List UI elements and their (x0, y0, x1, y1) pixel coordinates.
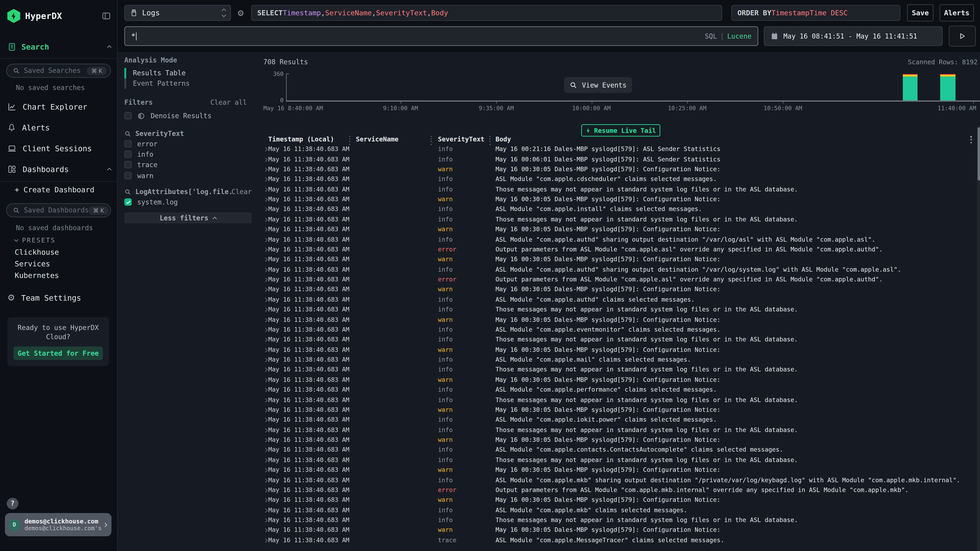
row-expand-chevron[interactable] (264, 496, 267, 503)
create-dashboard-button[interactable]: + Create Dashboard (15, 186, 94, 194)
save-button[interactable]: Save (907, 4, 934, 21)
row-expand-chevron[interactable] (264, 486, 267, 493)
table-row[interactable]: May 16 11:38:40.683 AMinfoASL Module "co… (263, 294, 980, 304)
table-row[interactable]: May 16 11:38:40.683 AMwarnMay 16 00:30:0… (263, 375, 980, 384)
checkbox[interactable] (124, 198, 132, 206)
table-row[interactable]: May 16 11:38:40.683 AMinfoMay 16 00:21:1… (263, 144, 980, 154)
checkbox[interactable] (124, 161, 132, 168)
table-row[interactable]: May 16 11:38:40.683 AMinfoMay 16 00:06:0… (263, 154, 980, 164)
row-expand-chevron[interactable] (264, 316, 267, 322)
row-expand-chevron[interactable] (264, 426, 267, 433)
presets-toggle[interactable]: PRESETS (15, 236, 56, 244)
filter-option-error[interactable]: error (124, 140, 252, 148)
table-row[interactable]: May 16 11:38:40.683 AMinfoASL Module "co… (263, 384, 980, 394)
lang-sql-toggle[interactable]: SQL (705, 32, 717, 40)
denoise-results-row[interactable]: Denoise Results (124, 111, 252, 121)
row-expand-chevron[interactable] (264, 336, 267, 343)
table-row[interactable]: May 16 11:38:40.683 AMinfoASL Module "co… (263, 354, 980, 364)
order-by-input[interactable]: ORDER BY TimestampTime DESC (731, 5, 900, 21)
row-expand-chevron[interactable] (264, 376, 267, 383)
tab-results-table[interactable]: Results Table (124, 68, 252, 78)
source-settings-gear-icon[interactable]: ⚙ (236, 8, 245, 17)
date-range-picker[interactable]: May 16 08:41:51 - May 16 11:41:51 (764, 26, 943, 46)
table-row[interactable]: May 16 11:38:40.683 AMtraceASL Module "c… (263, 535, 980, 545)
denoise-checkbox[interactable] (124, 112, 132, 119)
table-row[interactable]: May 16 11:38:40.683 AMinfoASL Module "co… (263, 445, 980, 455)
row-expand-chevron[interactable] (264, 456, 267, 463)
lang-lucene-toggle[interactable]: Lucene (727, 32, 751, 40)
col-timestamp[interactable]: Timestamp (Local) (268, 135, 334, 143)
row-expand-chevron[interactable] (264, 326, 267, 333)
table-row[interactable]: May 16 11:38:40.683 AMwarnMay 16 00:30:0… (263, 254, 980, 264)
table-row[interactable]: May 16 11:38:40.683 AMinfoASL Module "co… (263, 475, 980, 485)
sidebar-item-alerts[interactable]: Alerts (7, 121, 111, 133)
sidebar-item-search[interactable]: Search (7, 40, 111, 52)
table-row[interactable]: May 16 11:38:40.683 AMwarnMay 16 00:30:0… (263, 345, 980, 354)
col-servicename[interactable]: ServiceName (356, 135, 399, 143)
row-expand-chevron[interactable] (264, 446, 267, 453)
col-severitytext[interactable]: SeverityText (438, 135, 485, 143)
help-button[interactable]: ? (7, 498, 18, 510)
table-row[interactable]: May 16 11:38:40.683 AMinfoThose messages… (263, 184, 980, 194)
filter-option-warn[interactable]: warn (124, 171, 252, 180)
row-expand-chevron[interactable] (264, 406, 267, 413)
row-expand-chevron[interactable] (264, 386, 267, 393)
get-started-button[interactable]: Get Started for Free (13, 346, 103, 360)
table-row[interactable]: May 16 11:38:40.683 AMinfoThose messages… (263, 334, 980, 344)
table-row[interactable]: May 16 11:38:40.683 AMwarnMay 16 00:30:0… (263, 194, 980, 204)
row-expand-chevron[interactable] (264, 266, 267, 273)
row-expand-chevron[interactable] (264, 176, 267, 182)
preset-clickhouse[interactable]: Clickhouse (15, 248, 59, 257)
row-expand-chevron[interactable] (264, 186, 267, 192)
histogram-bar[interactable] (903, 74, 918, 101)
resume-live-tail-button[interactable]: Resume Live Tail (581, 124, 660, 137)
table-row[interactable]: May 16 11:38:40.683 AMwarnMay 16 00:30:0… (263, 164, 980, 174)
preset-services[interactable]: Services (15, 260, 50, 268)
view-events-button[interactable]: View Events (564, 77, 632, 93)
row-expand-chevron[interactable] (264, 366, 267, 373)
table-menu-icon[interactable] (970, 136, 972, 143)
filter-option-system-log[interactable]: system.log (124, 198, 252, 206)
table-row[interactable]: May 16 11:38:40.683 AMinfoASL Module "co… (263, 414, 980, 424)
table-row[interactable]: May 16 11:38:40.683 AMwarnMay 16 00:30:0… (263, 284, 980, 294)
table-row[interactable]: May 16 11:38:40.683 AMinfoThose messages… (263, 515, 980, 525)
table-row[interactable]: May 16 11:38:40.683 AMinfoThose messages… (263, 455, 980, 465)
column-resize-handle[interactable] (349, 136, 350, 145)
filter-option-info[interactable]: info (124, 150, 252, 159)
checkbox[interactable] (124, 151, 132, 158)
checkbox[interactable] (124, 172, 132, 179)
row-expand-chevron[interactable] (264, 537, 267, 543)
histogram-bar[interactable] (940, 74, 956, 101)
row-expand-chevron[interactable] (264, 216, 267, 222)
row-expand-chevron[interactable] (264, 396, 267, 403)
saved-searches-input[interactable]: Saved Searches ⌘ K (6, 64, 111, 78)
table-row[interactable]: May 16 11:38:40.683 AMwarnMay 16 00:30:0… (263, 405, 980, 414)
table-row[interactable]: May 16 11:38:40.683 AMwarnMay 16 00:30:0… (263, 224, 980, 234)
table-row[interactable]: May 16 11:38:40.683 AMinfoThose messages… (263, 214, 980, 224)
row-expand-chevron[interactable] (264, 226, 267, 232)
table-row[interactable]: May 16 11:38:40.683 AMinfoASL Module "co… (263, 204, 980, 214)
row-expand-chevron[interactable] (264, 165, 267, 172)
row-expand-chevron[interactable] (264, 256, 267, 262)
column-resize-handle[interactable] (431, 136, 432, 145)
row-expand-chevron[interactable] (264, 196, 267, 202)
chevron-up-icon[interactable] (107, 45, 111, 49)
sidebar-item-chart-explorer[interactable]: Chart Explorer (7, 100, 111, 113)
select-columns-input[interactable]: SELECT Timestamp, ServiceName, SeverityT… (251, 5, 722, 21)
table-row[interactable]: May 16 11:38:40.683 AMerrorOutput parame… (263, 274, 980, 284)
collapse-sidebar-icon[interactable] (102, 12, 111, 20)
clear-facet-link[interactable]: Clear (232, 188, 252, 196)
run-query-button[interactable] (949, 26, 976, 46)
table-row[interactable]: May 16 11:38:40.683 AMinfoASL Module "co… (263, 174, 980, 184)
table-row[interactable]: May 16 11:38:40.683 AMwarnMay 16 00:30:0… (263, 525, 980, 535)
tab-event-patterns[interactable]: Event Patterns (124, 78, 252, 89)
row-expand-chevron[interactable] (264, 507, 267, 513)
filter-option-trace[interactable]: trace (124, 160, 252, 169)
saved-dashboards-input[interactable]: Saved Dashboards ⌘ K (6, 203, 111, 218)
col-body[interactable]: Body (495, 135, 511, 143)
table-row[interactable]: May 16 11:38:40.683 AMwarnMay 16 00:30:0… (263, 435, 980, 445)
scrollbar-track[interactable] (977, 126, 980, 551)
table-row[interactable]: May 16 11:38:40.683 AMwarnMay 16 00:30:0… (263, 314, 980, 324)
row-expand-chevron[interactable] (264, 146, 267, 152)
row-expand-chevron[interactable] (264, 356, 267, 363)
